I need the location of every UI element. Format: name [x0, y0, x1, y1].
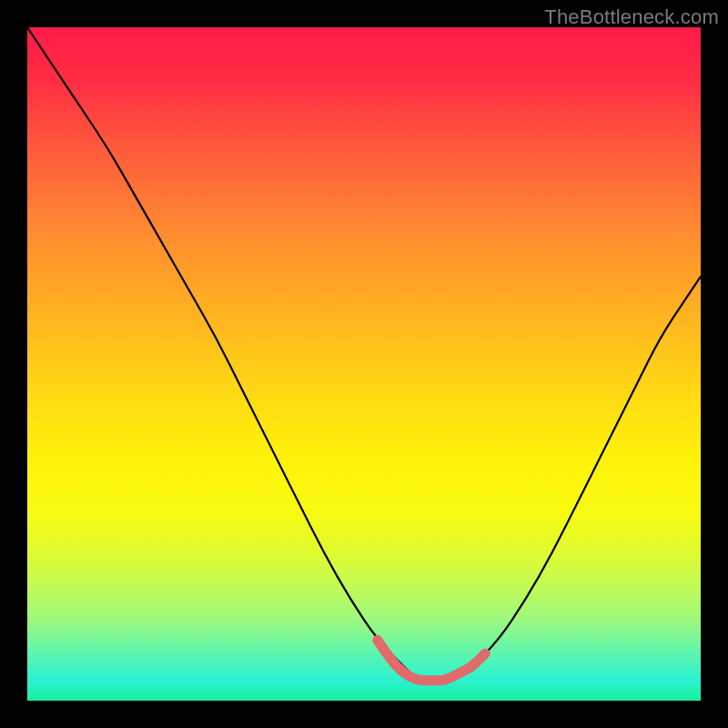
valley-highlight [378, 640, 485, 680]
bottleneck-curve [27, 27, 701, 681]
chart-container: TheBottleneck.com [0, 0, 728, 728]
watermark-text: TheBottleneck.com [544, 5, 719, 29]
chart-svg [27, 27, 701, 701]
chart-plot-area [27, 27, 701, 701]
